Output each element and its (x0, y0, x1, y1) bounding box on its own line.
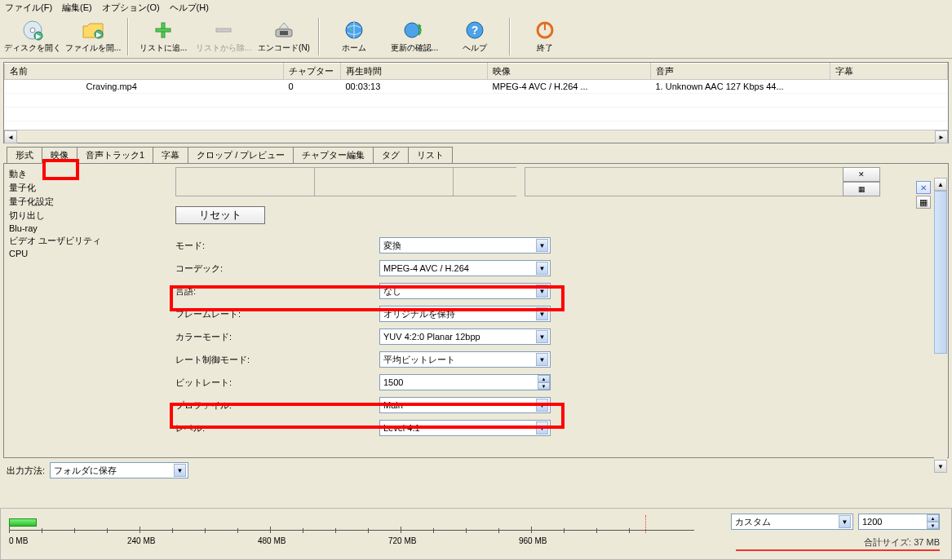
add-list-button[interactable]: リストに追... (134, 16, 193, 57)
scroll-thumb[interactable] (934, 191, 947, 354)
chevron-down-icon: ▼ (536, 330, 548, 343)
svg-text:▶: ▶ (96, 31, 102, 38)
svg-point-1 (30, 28, 35, 33)
mode-label: モード: (175, 240, 379, 252)
close-panel-button[interactable]: ✕ (916, 181, 931, 194)
remove-list-button[interactable]: リストから除... (194, 16, 253, 57)
svg-text:?: ? (472, 24, 479, 37)
target-size-marker[interactable] (645, 515, 646, 533)
toolbar-separator (509, 18, 511, 55)
menu-options[interactable]: オプション(O) (102, 2, 160, 13)
tab-audio[interactable]: 音声トラック1 (77, 147, 153, 163)
tab-crop[interactable]: クロップ / プレビュー (188, 147, 294, 163)
mode-select[interactable]: 変換▼ (379, 237, 551, 254)
file-list-table[interactable]: 名前 チャプター 再生時間 映像 音声 字幕 Craving.mp4 0 00:… (4, 63, 948, 130)
size-preset-spinner[interactable]: 1200 ▲▼ (858, 514, 940, 530)
tab-tag[interactable]: タグ (373, 147, 409, 163)
svg-text:▶: ▶ (36, 33, 42, 40)
home-button[interactable]: ホーム (325, 16, 383, 57)
cat-item-bluray[interactable]: Blu-ray (9, 223, 154, 234)
rate-control-label: レート制御モード: (175, 354, 379, 366)
chevron-down-icon: ▼ (536, 284, 548, 298)
col-video[interactable]: 映像 (488, 64, 651, 80)
chevron-down-icon: ▼ (536, 421, 548, 434)
segment[interactable] (453, 167, 516, 196)
table-row[interactable] (5, 94, 948, 108)
scroll-up-button[interactable]: ▲ (934, 178, 947, 191)
cat-item-quant-settings[interactable]: 量子化設定 (9, 195, 154, 209)
col-duration[interactable]: 再生時間 (341, 64, 488, 80)
size-bar (9, 518, 37, 527)
segment-buttons: ✕ ▦ (843, 167, 880, 196)
tab-video[interactable]: 映像 (42, 147, 77, 164)
svg-rect-16 (544, 22, 546, 30)
table-row[interactable] (5, 121, 948, 130)
framerate-select[interactable]: オリジナルを保持▼ (379, 306, 551, 322)
toolbar-separator (127, 18, 129, 55)
color-mode-select[interactable]: YUV 4:2:0 Planar 12bpp▼ (379, 329, 551, 345)
segment[interactable] (525, 167, 843, 196)
reset-button[interactable]: リセット (175, 206, 265, 224)
table-row[interactable] (5, 108, 948, 121)
ruler-label: 480 MB (258, 536, 286, 545)
open-disc-button[interactable]: ▶ ディスクを開く (3, 16, 62, 57)
codec-select[interactable]: MPEG-4 AVC / H.264▼ (379, 260, 551, 276)
cat-item-motion[interactable]: 動き (9, 167, 154, 181)
col-subtitle[interactable]: 字幕 (830, 64, 948, 80)
encode-icon (272, 20, 295, 41)
scroll-left-button[interactable]: ◄ (4, 130, 17, 143)
segment[interactable] (175, 167, 314, 196)
vertical-scrollbar[interactable]: ▲ ▼ (934, 178, 947, 473)
tab-format[interactable]: 形式 (7, 147, 42, 163)
spin-up-icon[interactable]: ▲ (927, 514, 939, 522)
size-preset-select[interactable]: カスタム▼ (731, 514, 853, 530)
cat-item-vui[interactable]: ビデオ ユーザビリティ (9, 234, 154, 248)
menu-bar: ファイル(F) 編集(E) オプション(O) ヘルプ(H) (0, 0, 952, 15)
menu-help[interactable]: ヘルプ(H) (170, 2, 209, 13)
language-select[interactable]: なし▼ (379, 283, 551, 299)
profile-select[interactable]: Main▼ (379, 397, 551, 413)
level-select[interactable]: Level 4.1▼ (379, 420, 551, 436)
help-button[interactable]: ? ヘルプ (445, 16, 504, 57)
grid-panel-button[interactable]: ▦ (916, 196, 931, 209)
tab-chapter-edit[interactable]: チャプター編集 (293, 147, 374, 163)
output-method-select[interactable]: フォルダに保存▼ (50, 462, 188, 478)
rate-control-select[interactable]: 平均ビットレート▼ (379, 351, 551, 368)
col-audio[interactable]: 音声 (651, 64, 830, 80)
language-label: 言語: (175, 285, 379, 298)
chevron-down-icon: ▼ (839, 515, 851, 528)
table-row[interactable]: Craving.mp4 0 00:03:13 MPEG-4 AVC / H.26… (5, 80, 948, 94)
cat-item-quant[interactable]: 量子化 (9, 181, 154, 195)
check-update-button[interactable]: 更新の確認... (385, 16, 444, 57)
close-segment-button[interactable]: ✕ (843, 167, 880, 182)
size-ruler-panel: 0 MB 240 MB 480 MB 720 MB 960 MB カスタム▼ 1… (0, 508, 952, 560)
scroll-right-button[interactable]: ► (935, 130, 948, 143)
col-chapter[interactable]: チャプター (284, 64, 341, 80)
ruler-axis (9, 530, 694, 531)
cat-item-cpu[interactable]: CPU (9, 248, 154, 259)
cat-item-trim[interactable]: 切り出し (9, 209, 154, 223)
tab-subs[interactable]: 字幕 (153, 147, 188, 163)
spin-down-icon[interactable]: ▼ (927, 522, 939, 529)
open-file-button[interactable]: ▶ ファイルを開... (64, 16, 122, 57)
encode-button[interactable]: エンコード(N) (255, 16, 313, 57)
toolbar-separator (318, 18, 320, 55)
exit-button[interactable]: 終了 (516, 16, 574, 57)
bitrate-spinner[interactable]: 1500 ▲▼ (379, 374, 551, 390)
segment[interactable] (314, 167, 453, 196)
col-name[interactable]: 名前 (5, 64, 284, 80)
tab-bar: 形式 映像 音声トラック1 字幕 クロップ / プレビュー チャプター編集 タグ… (0, 147, 952, 163)
menu-file[interactable]: ファイル(F) (5, 2, 52, 13)
size-ruler[interactable]: 0 MB 240 MB 480 MB 720 MB 960 MB (9, 514, 694, 538)
power-icon (534, 20, 556, 41)
scroll-down-button[interactable]: ▼ (934, 460, 947, 473)
settings-form: ✕ ▦ リセット モード: 変換▼ コーデック: MPEG-4 AVC / H.… (159, 164, 948, 457)
svg-rect-7 (156, 29, 170, 32)
menu-edit[interactable]: 編集(E) (62, 2, 92, 13)
folder-icon: ▶ (82, 20, 104, 41)
horizontal-scrollbar[interactable]: ◄ ► (4, 130, 948, 143)
tab-list[interactable]: リスト (408, 147, 453, 163)
spin-down-icon[interactable]: ▼ (538, 382, 550, 390)
grid-segment-button[interactable]: ▦ (843, 182, 880, 196)
spin-up-icon[interactable]: ▲ (538, 375, 550, 382)
